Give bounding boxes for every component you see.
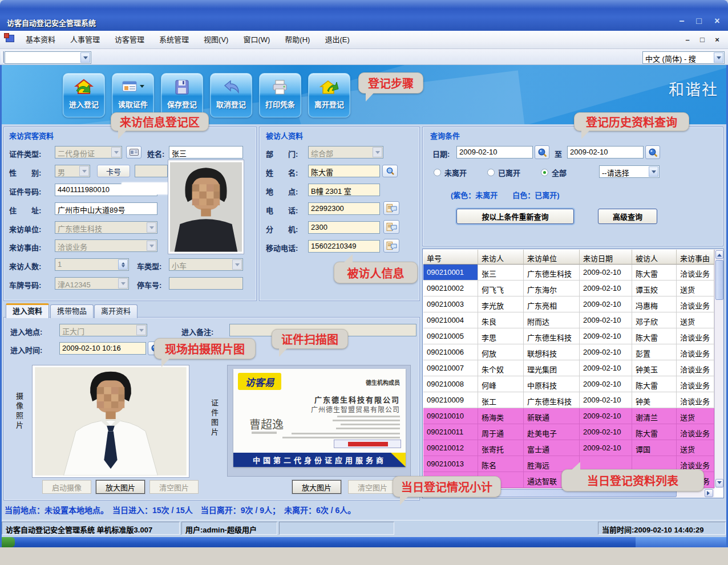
table-cell[interactable]: 2009-02-10 (580, 376, 632, 392)
radio-icon[interactable] (487, 169, 495, 176)
table-cell[interactable]: 洽谈业务 (677, 296, 714, 312)
column-header[interactable]: 来访事由 (677, 250, 714, 265)
table-cell[interactable]: 090210008 (423, 376, 478, 392)
table-cell[interactable]: 富士通 (524, 440, 580, 456)
scroll-right-icon[interactable] (705, 489, 713, 497)
table-cell[interactable]: 090210006 (423, 344, 478, 360)
tab-entry-info[interactable]: 进入资料 (6, 303, 49, 318)
phone-field[interactable]: 22992300 (308, 202, 380, 215)
scrollbar-thumb[interactable] (715, 260, 723, 300)
minimize-icon[interactable]: – (674, 16, 689, 26)
table-cell[interactable]: 赴美电子 (524, 424, 580, 440)
table-cell[interactable]: 理光集团 (524, 360, 580, 376)
visitor-name-field[interactable]: 张三 (169, 146, 243, 158)
advanced-query-button[interactable]: 高级查询 (598, 209, 657, 224)
table-cell[interactable]: 朱良 (478, 312, 524, 328)
tab-carried-items[interactable]: 携带物品 (50, 304, 94, 318)
table-cell[interactable]: 090210005 (423, 328, 478, 344)
table-cell[interactable]: 中原科技 (524, 376, 580, 392)
column-header[interactable]: 被访人 (632, 250, 677, 265)
title-bar[interactable]: 访客自动登记安全管理系统 – □ × (0, 0, 728, 31)
mdi-restore-icon[interactable]: □ (696, 35, 709, 44)
entry-place-select[interactable]: 正大门 (59, 324, 147, 336)
card-reader-button[interactable] (126, 146, 141, 158)
quick-combo[interactable] (5, 51, 91, 64)
table-cell[interactable]: 090210011 (423, 424, 478, 440)
table-cell[interactable]: 陈大雷 (632, 424, 677, 440)
table-cell[interactable]: 090210013 (423, 456, 478, 472)
table-cell[interactable]: 谢清兰 (632, 408, 677, 424)
table-cell[interactable]: 附而达 (524, 312, 580, 328)
read-card-button[interactable]: 读取证件 (112, 73, 154, 117)
table-cell[interactable]: 陈大雷 (632, 376, 677, 392)
scroll-down-icon[interactable] (715, 479, 723, 487)
table-row[interactable]: 090210006何放联想科技2009-02-10彭置洽谈业务 (423, 344, 714, 360)
table-cell[interactable]: 何放 (478, 344, 524, 360)
table-cell[interactable]: 冯惠梅 (632, 296, 677, 312)
table-cell[interactable]: 周于通 (478, 424, 524, 440)
clear-cert-button[interactable]: 清空图片 (348, 480, 397, 494)
language-bar[interactable]: 中文 (简体) - 搜 (642, 51, 725, 64)
table-cell[interactable]: 陈名 (478, 456, 524, 472)
table-row[interactable]: 090210003李光放广东亮相2009-02-10冯惠梅洽谈业务 (423, 296, 714, 312)
chevron-down-icon[interactable] (714, 52, 723, 63)
table-cell[interactable]: 谭国 (632, 440, 677, 456)
table-cell[interactable]: 何峰 (478, 376, 524, 392)
cancel-register-button[interactable]: 取消登记 (210, 73, 252, 117)
table-row[interactable]: 090210011周于通赴美电子2009-02-10陈大雷洽谈业务 (423, 424, 714, 440)
radio-已离开[interactable]: 已离开 (487, 167, 520, 178)
menu-item-3[interactable]: 访客管理 (107, 31, 152, 49)
clear-photo-button[interactable]: 清空图片 (149, 480, 199, 494)
menu-item-6[interactable]: 窗口(W) (236, 31, 277, 49)
table-cell[interactable]: 090210003 (423, 296, 478, 312)
table-cell[interactable]: 洽谈业务 (677, 265, 714, 281)
car-type-select[interactable]: 小车 (169, 258, 243, 271)
parking-field[interactable] (169, 277, 243, 290)
table-cell[interactable]: 朱个奴 (478, 360, 524, 376)
radio-icon[interactable] (434, 169, 441, 176)
column-header[interactable]: 来访日期 (580, 250, 632, 265)
card-no-field[interactable] (135, 165, 168, 177)
table-cell[interactable]: 090210010 (423, 408, 478, 424)
table-cell[interactable]: 邓子欣 (632, 312, 677, 328)
visit-reason-select[interactable]: 洽谈业务 (55, 239, 157, 252)
ext-field[interactable]: 2300 (308, 221, 380, 234)
table-cell[interactable]: 2009-02-10 (580, 424, 632, 440)
table-cell[interactable]: 090210002 (423, 281, 478, 296)
date-from-picker-button[interactable] (535, 145, 549, 159)
table-cell[interactable]: 张三 (478, 265, 524, 281)
table-cell[interactable]: 090210012 (423, 440, 478, 456)
leave-register-button[interactable]: 离开登记 (308, 73, 350, 117)
table-row[interactable]: 090210004朱良附而达2009-02-10邓子欣送货 (423, 312, 714, 328)
radio-全部[interactable]: 全部 (541, 167, 567, 178)
menu-item-4[interactable]: 系统管理 (152, 31, 196, 49)
table-cell[interactable]: 送货 (677, 440, 714, 456)
table-cell[interactable]: 2009-02-10 (580, 281, 632, 296)
plate-select[interactable]: 津A12345 (55, 277, 129, 290)
scroll-up-icon[interactable] (715, 250, 723, 259)
menu-item-5[interactable]: 视图(V) (196, 31, 236, 49)
column-header[interactable]: 来访单位 (524, 250, 580, 265)
table-cell[interactable]: 洽谈业务 (677, 424, 714, 440)
table-cell[interactable]: 2009-02-10 (580, 296, 632, 312)
date-from-field[interactable]: 2009-02-10 (456, 146, 533, 158)
table-cell[interactable]: 李光放 (478, 296, 524, 312)
table-cell[interactable]: 彭置 (632, 344, 677, 360)
vertical-scrollbar[interactable] (714, 250, 723, 488)
column-header[interactable]: 来访人 (478, 250, 524, 265)
tab-leave-info[interactable]: 离开资料 (94, 304, 137, 318)
gender-select[interactable]: 男 (55, 165, 90, 177)
address-field[interactable]: 广州市中山大道89号 (55, 202, 157, 215)
table-cell[interactable]: 陈大雷 (632, 328, 677, 344)
table-cell[interactable]: 谭玉姣 (632, 281, 677, 296)
table-cell[interactable]: 新联通 (524, 408, 580, 424)
table-cell[interactable]: 洽谈业务 (677, 376, 714, 392)
table-row[interactable]: 090210007朱个奴理光集团2009-02-10钟美玉洽谈业务 (423, 360, 714, 376)
table-cell[interactable]: 送货 (677, 408, 714, 424)
location-field[interactable]: B幢 2301 室 (308, 184, 380, 196)
restore-icon[interactable]: □ (691, 16, 706, 26)
date-to-picker-button[interactable] (645, 145, 660, 159)
table-cell[interactable]: 广东德生科技 (524, 328, 580, 344)
search-person-button[interactable] (382, 165, 398, 177)
print-slip-button[interactable]: 打印凭条 (259, 73, 301, 117)
